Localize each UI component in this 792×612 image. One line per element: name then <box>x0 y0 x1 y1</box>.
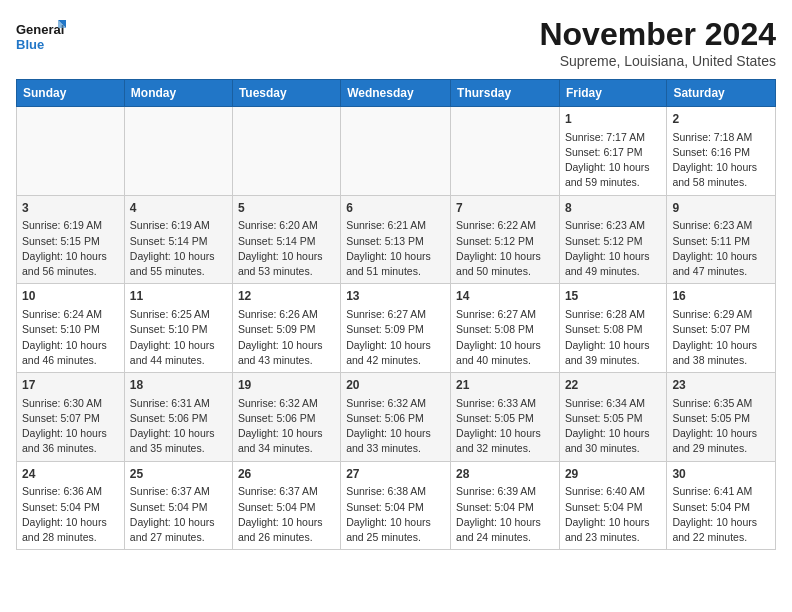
week-row-3: 10Sunrise: 6:24 AM Sunset: 5:10 PM Dayli… <box>17 284 776 373</box>
day-info: Sunrise: 6:41 AM Sunset: 5:04 PM Dayligh… <box>672 484 770 545</box>
day-info: Sunrise: 6:23 AM Sunset: 5:11 PM Dayligh… <box>672 218 770 279</box>
day-number: 24 <box>22 466 119 483</box>
day-cell: 19Sunrise: 6:32 AM Sunset: 5:06 PM Dayli… <box>232 373 340 462</box>
day-number: 7 <box>456 200 554 217</box>
day-cell: 29Sunrise: 6:40 AM Sunset: 5:04 PM Dayli… <box>559 461 666 550</box>
day-cell: 20Sunrise: 6:32 AM Sunset: 5:06 PM Dayli… <box>341 373 451 462</box>
day-cell: 25Sunrise: 6:37 AM Sunset: 5:04 PM Dayli… <box>124 461 232 550</box>
day-cell: 2Sunrise: 7:18 AM Sunset: 6:16 PM Daylig… <box>667 107 776 196</box>
day-cell: 30Sunrise: 6:41 AM Sunset: 5:04 PM Dayli… <box>667 461 776 550</box>
day-cell: 17Sunrise: 6:30 AM Sunset: 5:07 PM Dayli… <box>17 373 125 462</box>
day-number: 27 <box>346 466 445 483</box>
day-info: Sunrise: 6:19 AM Sunset: 5:14 PM Dayligh… <box>130 218 227 279</box>
day-cell: 26Sunrise: 6:37 AM Sunset: 5:04 PM Dayli… <box>232 461 340 550</box>
day-info: Sunrise: 6:40 AM Sunset: 5:04 PM Dayligh… <box>565 484 661 545</box>
day-number: 12 <box>238 288 335 305</box>
day-number: 14 <box>456 288 554 305</box>
day-number: 20 <box>346 377 445 394</box>
day-number: 6 <box>346 200 445 217</box>
day-cell: 11Sunrise: 6:25 AM Sunset: 5:10 PM Dayli… <box>124 284 232 373</box>
day-number: 1 <box>565 111 661 128</box>
svg-text:General: General <box>16 22 64 37</box>
day-info: Sunrise: 7:17 AM Sunset: 6:17 PM Dayligh… <box>565 130 661 191</box>
day-info: Sunrise: 7:18 AM Sunset: 6:16 PM Dayligh… <box>672 130 770 191</box>
day-number: 4 <box>130 200 227 217</box>
day-number: 15 <box>565 288 661 305</box>
day-cell: 16Sunrise: 6:29 AM Sunset: 5:07 PM Dayli… <box>667 284 776 373</box>
svg-text:Blue: Blue <box>16 37 44 52</box>
day-cell <box>17 107 125 196</box>
day-info: Sunrise: 6:31 AM Sunset: 5:06 PM Dayligh… <box>130 396 227 457</box>
header-row: SundayMondayTuesdayWednesdayThursdayFrid… <box>17 80 776 107</box>
day-info: Sunrise: 6:39 AM Sunset: 5:04 PM Dayligh… <box>456 484 554 545</box>
week-row-1: 1Sunrise: 7:17 AM Sunset: 6:17 PM Daylig… <box>17 107 776 196</box>
column-header-wednesday: Wednesday <box>341 80 451 107</box>
week-row-2: 3Sunrise: 6:19 AM Sunset: 5:15 PM Daylig… <box>17 195 776 284</box>
day-info: Sunrise: 6:35 AM Sunset: 5:05 PM Dayligh… <box>672 396 770 457</box>
day-number: 5 <box>238 200 335 217</box>
day-info: Sunrise: 6:23 AM Sunset: 5:12 PM Dayligh… <box>565 218 661 279</box>
day-cell: 27Sunrise: 6:38 AM Sunset: 5:04 PM Dayli… <box>341 461 451 550</box>
day-cell: 21Sunrise: 6:33 AM Sunset: 5:05 PM Dayli… <box>451 373 560 462</box>
day-cell: 15Sunrise: 6:28 AM Sunset: 5:08 PM Dayli… <box>559 284 666 373</box>
day-cell: 13Sunrise: 6:27 AM Sunset: 5:09 PM Dayli… <box>341 284 451 373</box>
day-cell: 7Sunrise: 6:22 AM Sunset: 5:12 PM Daylig… <box>451 195 560 284</box>
day-info: Sunrise: 6:33 AM Sunset: 5:05 PM Dayligh… <box>456 396 554 457</box>
day-number: 17 <box>22 377 119 394</box>
day-cell: 28Sunrise: 6:39 AM Sunset: 5:04 PM Dayli… <box>451 461 560 550</box>
day-cell: 23Sunrise: 6:35 AM Sunset: 5:05 PM Dayli… <box>667 373 776 462</box>
day-info: Sunrise: 6:29 AM Sunset: 5:07 PM Dayligh… <box>672 307 770 368</box>
day-info: Sunrise: 6:28 AM Sunset: 5:08 PM Dayligh… <box>565 307 661 368</box>
location: Supreme, Louisiana, United States <box>539 53 776 69</box>
day-number: 25 <box>130 466 227 483</box>
day-cell: 3Sunrise: 6:19 AM Sunset: 5:15 PM Daylig… <box>17 195 125 284</box>
day-cell <box>341 107 451 196</box>
day-cell: 8Sunrise: 6:23 AM Sunset: 5:12 PM Daylig… <box>559 195 666 284</box>
day-number: 8 <box>565 200 661 217</box>
day-cell: 1Sunrise: 7:17 AM Sunset: 6:17 PM Daylig… <box>559 107 666 196</box>
column-header-monday: Monday <box>124 80 232 107</box>
day-cell: 14Sunrise: 6:27 AM Sunset: 5:08 PM Dayli… <box>451 284 560 373</box>
logo: General Blue <box>16 16 66 60</box>
day-info: Sunrise: 6:25 AM Sunset: 5:10 PM Dayligh… <box>130 307 227 368</box>
month-title: November 2024 <box>539 16 776 53</box>
day-number: 3 <box>22 200 119 217</box>
column-header-friday: Friday <box>559 80 666 107</box>
day-cell <box>124 107 232 196</box>
logo-svg: General Blue <box>16 16 66 60</box>
day-info: Sunrise: 6:20 AM Sunset: 5:14 PM Dayligh… <box>238 218 335 279</box>
day-number: 21 <box>456 377 554 394</box>
day-cell: 12Sunrise: 6:26 AM Sunset: 5:09 PM Dayli… <box>232 284 340 373</box>
day-number: 19 <box>238 377 335 394</box>
day-info: Sunrise: 6:32 AM Sunset: 5:06 PM Dayligh… <box>238 396 335 457</box>
day-info: Sunrise: 6:26 AM Sunset: 5:09 PM Dayligh… <box>238 307 335 368</box>
header: General Blue November 2024 Supreme, Loui… <box>16 16 776 69</box>
day-number: 22 <box>565 377 661 394</box>
day-number: 26 <box>238 466 335 483</box>
week-row-4: 17Sunrise: 6:30 AM Sunset: 5:07 PM Dayli… <box>17 373 776 462</box>
day-cell: 22Sunrise: 6:34 AM Sunset: 5:05 PM Dayli… <box>559 373 666 462</box>
day-number: 29 <box>565 466 661 483</box>
day-info: Sunrise: 6:36 AM Sunset: 5:04 PM Dayligh… <box>22 484 119 545</box>
day-info: Sunrise: 6:21 AM Sunset: 5:13 PM Dayligh… <box>346 218 445 279</box>
day-number: 23 <box>672 377 770 394</box>
day-info: Sunrise: 6:27 AM Sunset: 5:08 PM Dayligh… <box>456 307 554 368</box>
column-header-tuesday: Tuesday <box>232 80 340 107</box>
day-number: 11 <box>130 288 227 305</box>
day-number: 2 <box>672 111 770 128</box>
day-info: Sunrise: 6:37 AM Sunset: 5:04 PM Dayligh… <box>238 484 335 545</box>
day-number: 18 <box>130 377 227 394</box>
day-cell <box>451 107 560 196</box>
week-row-5: 24Sunrise: 6:36 AM Sunset: 5:04 PM Dayli… <box>17 461 776 550</box>
day-cell: 9Sunrise: 6:23 AM Sunset: 5:11 PM Daylig… <box>667 195 776 284</box>
day-number: 16 <box>672 288 770 305</box>
title-area: November 2024 Supreme, Louisiana, United… <box>539 16 776 69</box>
day-info: Sunrise: 6:37 AM Sunset: 5:04 PM Dayligh… <box>130 484 227 545</box>
day-info: Sunrise: 6:38 AM Sunset: 5:04 PM Dayligh… <box>346 484 445 545</box>
day-number: 30 <box>672 466 770 483</box>
day-info: Sunrise: 6:27 AM Sunset: 5:09 PM Dayligh… <box>346 307 445 368</box>
day-info: Sunrise: 6:30 AM Sunset: 5:07 PM Dayligh… <box>22 396 119 457</box>
day-info: Sunrise: 6:19 AM Sunset: 5:15 PM Dayligh… <box>22 218 119 279</box>
column-header-sunday: Sunday <box>17 80 125 107</box>
day-number: 28 <box>456 466 554 483</box>
